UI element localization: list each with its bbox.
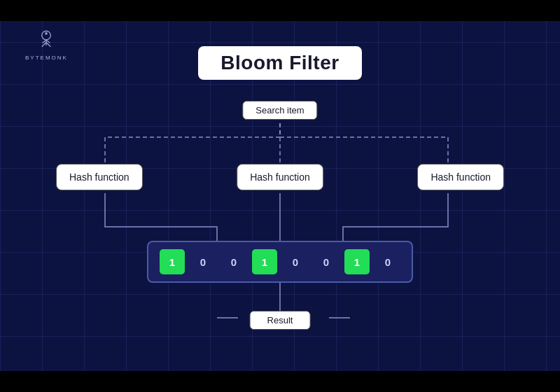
hash-function-center: Hash function (237, 164, 323, 190)
bit-cell-1: 0 (190, 249, 216, 274)
bottom-bar (0, 371, 560, 392)
bit-cell-3: 1 (252, 249, 277, 274)
content-area: BYTEMONK Bloom Filter (0, 0, 560, 392)
hash-function-right: Hash function (417, 164, 504, 190)
bit-cell-0: 1 (160, 249, 185, 274)
bit-array: 10010010 (147, 241, 413, 283)
title-box: Bloom Filter (198, 46, 361, 80)
main-container: BYTEMONK Bloom Filter (0, 0, 560, 392)
result-label: Result (267, 315, 293, 326)
bit-cell-6: 1 (344, 249, 370, 274)
top-bar (0, 0, 560, 21)
bit-cell-7: 0 (375, 249, 400, 274)
search-item-label: Search item (255, 105, 304, 115)
bit-cell-2: 0 (221, 249, 246, 274)
hash-function-left: Hash function (56, 164, 143, 190)
hash-function-center-label: Hash function (250, 172, 310, 183)
bit-cell-5: 0 (314, 249, 339, 274)
hash-function-left-label: Hash function (69, 172, 130, 183)
search-item-box: Search item (242, 101, 317, 120)
page-title: Bloom Filter (220, 52, 339, 74)
hash-function-right-label: Hash function (430, 172, 491, 183)
connectors-svg (35, 87, 525, 339)
diagram-area: Search item Hash function Hash function … (35, 87, 525, 339)
bit-cell-4: 0 (283, 249, 308, 274)
logo: BYTEMONK (25, 27, 68, 61)
result-box: Result (250, 311, 311, 330)
bytemonk-logo-icon (34, 27, 59, 52)
logo-text: BYTEMONK (25, 55, 68, 61)
svg-point-1 (46, 32, 48, 35)
